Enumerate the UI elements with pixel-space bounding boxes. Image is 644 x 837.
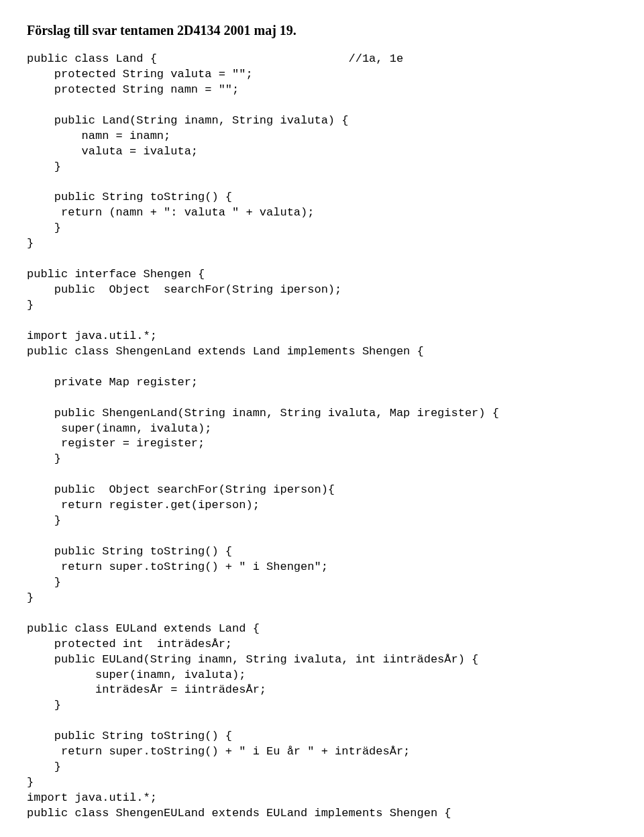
page-title: Förslag till svar tentamen 2D4134 2001 m… bbox=[27, 21, 617, 40]
code-block: public class Land { //1a, 1e protected S… bbox=[27, 52, 617, 837]
